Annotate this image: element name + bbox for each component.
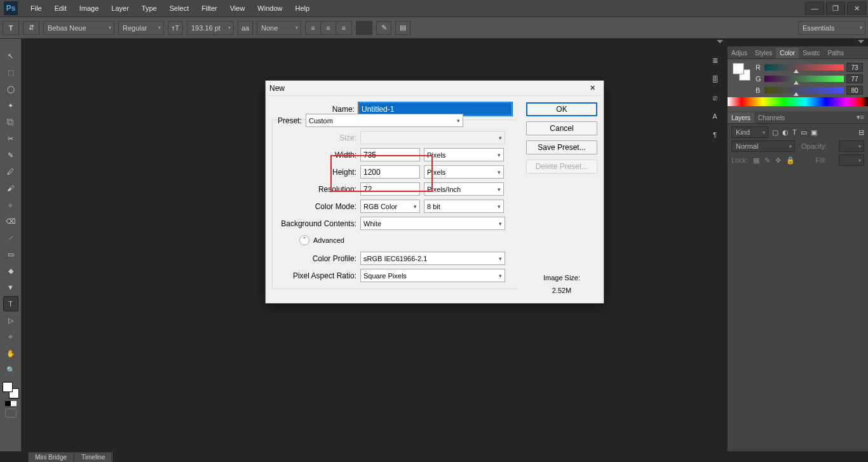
menu-view[interactable]: View	[224, 4, 252, 12]
tab-layers[interactable]: Layers	[728, 112, 754, 123]
path-tool[interactable]: ▷	[3, 313, 18, 328]
font-style-combo[interactable]: Regular	[118, 21, 164, 35]
tab-timeline[interactable]: Timeline	[74, 452, 112, 462]
lock-pos-icon[interactable]: ✥	[775, 156, 781, 165]
dodge-tool[interactable]: ◆	[3, 263, 18, 278]
menu-image[interactable]: Image	[73, 4, 105, 12]
color-depth-combo[interactable]: 8 bit	[424, 200, 504, 213]
tab-channels[interactable]: Channels	[754, 112, 789, 123]
menu-layer[interactable]: Layer	[105, 4, 135, 12]
height-input[interactable]	[360, 165, 420, 179]
properties-panel-icon[interactable]: 🗄	[708, 74, 722, 84]
menu-help[interactable]: Help	[288, 4, 316, 12]
menu-window[interactable]: Window	[251, 4, 288, 12]
dialog-close-button[interactable]: ✕	[585, 83, 600, 94]
lasso-tool[interactable]: ◯	[3, 81, 18, 97]
move-tool[interactable]: ↖	[3, 48, 18, 64]
filter-smart-icon[interactable]: ▣	[811, 128, 817, 137]
warp-text-button[interactable]: ✎	[376, 21, 391, 35]
info-panel-icon[interactable]: ⎚	[708, 93, 722, 102]
marquee-tool[interactable]: ⬚	[3, 65, 18, 80]
eraser-tool[interactable]: ⌫	[3, 214, 18, 229]
r-knob[interactable]	[794, 69, 799, 73]
fill-field[interactable]	[839, 154, 864, 166]
wand-tool[interactable]: ✦	[3, 98, 18, 113]
width-unit-combo[interactable]: Pixels	[424, 148, 504, 161]
g-slider[interactable]	[764, 76, 844, 82]
character-panel-icon[interactable]: A	[708, 112, 722, 121]
lock-pixel-icon[interactable]: ✎	[764, 156, 770, 165]
r-slider[interactable]	[764, 64, 844, 71]
filter-shape-icon[interactable]: ▭	[801, 128, 807, 137]
menu-select[interactable]: Select	[163, 4, 196, 12]
anti-alias-icon-button[interactable]: aa	[238, 21, 253, 35]
menu-edit[interactable]: Edit	[48, 4, 73, 12]
menu-filter[interactable]: Filter	[195, 4, 223, 12]
filter-pixel-icon[interactable]: ▢	[772, 128, 778, 137]
preset-combo[interactable]: Custom	[306, 114, 463, 127]
quickmask-toggle[interactable]	[5, 409, 17, 418]
panel-foreground[interactable]	[733, 63, 744, 74]
history-panel-icon[interactable]: ≣	[708, 56, 722, 65]
history-brush-tool[interactable]: ⟐	[3, 197, 18, 212]
type-tool[interactable]: T	[3, 296, 18, 311]
g-knob[interactable]	[794, 81, 799, 85]
g-value[interactable]: 77	[846, 74, 863, 83]
r-value[interactable]: 73	[846, 63, 863, 72]
height-unit-combo[interactable]: Pixels	[424, 165, 504, 179]
window-restore[interactable]: ❐	[826, 2, 845, 15]
workspace-combo[interactable]: Essentials	[798, 21, 865, 35]
blend-mode-combo[interactable]: Normal	[731, 140, 795, 152]
dialog-titlebar[interactable]: New ✕	[266, 81, 604, 96]
align-center-button[interactable]: ≡	[321, 22, 336, 34]
eyedropper-tool[interactable]: ✂	[3, 131, 18, 146]
right-flyout-icon[interactable]	[858, 40, 864, 43]
anti-alias-combo[interactable]: None	[257, 21, 301, 35]
b-knob[interactable]	[794, 92, 799, 96]
cancel-button[interactable]: Cancel	[526, 121, 597, 135]
tab-color[interactable]: Color	[776, 48, 799, 58]
font-size-icon-button[interactable]: тT	[168, 21, 183, 35]
filter-toggle[interactable]: ⊟	[858, 128, 864, 137]
tab-mini-bridge[interactable]: Mini Bridge	[28, 452, 74, 462]
blur-tool[interactable]: ▭	[3, 247, 18, 262]
layer-filter-kind[interactable]: Kind	[731, 126, 768, 138]
tab-swatches[interactable]: Swatc	[799, 48, 824, 58]
color-swatch-pair[interactable]	[3, 382, 19, 398]
window-close[interactable]: ✕	[847, 2, 866, 15]
opacity-field[interactable]	[839, 140, 864, 152]
lock-all-icon[interactable]: 🔒	[786, 156, 795, 165]
tool-preset-button[interactable]: T	[3, 21, 19, 35]
pen-tool[interactable]: ▼	[3, 280, 18, 295]
font-size-combo[interactable]: 193.16 pt	[187, 21, 234, 35]
text-color-swatch[interactable]	[356, 21, 372, 35]
filter-type-icon[interactable]: T	[792, 128, 797, 136]
foreground-color[interactable]	[3, 382, 13, 392]
orientation-toggle[interactable]: ⇵	[23, 21, 39, 35]
mid-flyout-icon[interactable]	[717, 40, 723, 43]
heal-tool[interactable]: ✎	[3, 147, 18, 163]
ok-button[interactable]: OK	[526, 102, 597, 116]
brush-tool[interactable]: 🖊	[3, 164, 18, 179]
paragraph-panel-icon[interactable]: ¶	[708, 130, 722, 140]
gradient-tool[interactable]: ⟋	[3, 230, 18, 245]
save-preset-button[interactable]: Save Preset...	[526, 140, 597, 154]
menu-file[interactable]: File	[24, 4, 48, 12]
menu-type[interactable]: Type	[135, 4, 163, 12]
window-minimize[interactable]: —	[805, 2, 824, 15]
crop-tool[interactable]: ⿻	[3, 114, 18, 130]
tab-adjustments[interactable]: Adjus	[728, 48, 751, 58]
panel-menu-button[interactable]: ▾≡	[853, 111, 868, 123]
resolution-unit-combo[interactable]: Pixels/Inch	[424, 182, 504, 196]
stamp-tool[interactable]: 🖌	[3, 180, 18, 196]
b-value[interactable]: 80	[846, 86, 863, 95]
bg-contents-combo[interactable]: White	[360, 217, 505, 230]
advanced-toggle[interactable]: ˆ	[299, 235, 309, 245]
pixel-aspect-combo[interactable]: Square Pixels	[360, 269, 505, 282]
filter-adjust-icon[interactable]: ◐	[782, 128, 789, 137]
color-spectrum[interactable]	[728, 97, 868, 106]
shape-tool[interactable]: ✧	[3, 329, 18, 344]
character-panel-button[interactable]: ▤	[395, 21, 410, 35]
default-colors[interactable]	[5, 401, 17, 406]
hand-tool[interactable]: ✋	[3, 346, 18, 361]
